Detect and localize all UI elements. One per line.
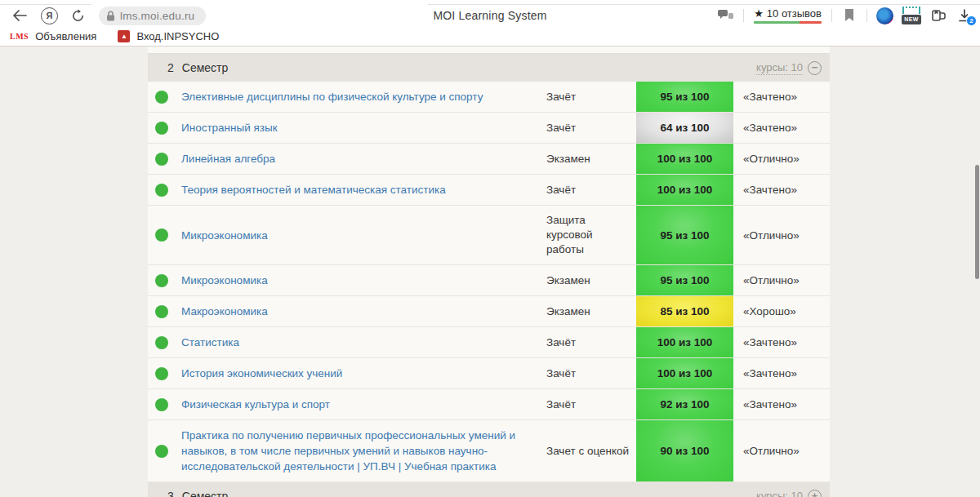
downloads-count-badge: 2	[966, 16, 977, 26]
bookmark-icon[interactable]	[840, 5, 859, 26]
assessment-type: Экзамен	[546, 144, 636, 174]
course-row: Элективные дисциплины по физической куль…	[148, 82, 830, 113]
grade-label: «Зачтено»	[733, 122, 830, 134]
grade-label: «Отлично»	[733, 445, 830, 457]
assessment-type: Экзамен	[546, 297, 636, 326]
refresh-button[interactable]	[66, 4, 89, 27]
status-dot-icon	[155, 153, 168, 166]
grade-label: «Зачтено»	[733, 91, 830, 103]
reviews-count-label: 10 отзывов	[767, 7, 822, 20]
status-dot-icon	[155, 91, 168, 104]
toolbar-separator	[831, 9, 832, 22]
score-value: 95 из 100	[660, 91, 709, 103]
course-status-cell	[148, 305, 181, 318]
status-dot-icon	[155, 305, 168, 318]
address-bar[interactable]: lms.moi.edu.ru	[99, 7, 206, 25]
assessment-type: Экзамен	[546, 266, 636, 295]
grade-label: «Отлично»	[733, 229, 830, 242]
semester-number: 2	[167, 61, 174, 74]
semester-title: Семестр	[182, 490, 229, 497]
bookmark-item-announcements[interactable]: LMS Объявления	[10, 30, 96, 42]
course-name-link[interactable]: Микроэкономика	[181, 220, 546, 251]
bookmark-item-inpsycho[interactable]: ▲ Вход.INPSYCHO	[118, 30, 219, 42]
status-dot-icon	[155, 274, 168, 287]
grades-table: 2 Семестр курсы: 10 − Элективные дисципл…	[148, 47, 830, 497]
course-name-link[interactable]: Макроэкономика	[181, 296, 546, 326]
courses-count-link[interactable]: курсы: 10	[756, 490, 803, 497]
status-dot-icon	[155, 122, 168, 135]
course-row: Физическая культура и спорт Зачёт 92 из …	[148, 389, 830, 420]
course-name-link[interactable]: Микроэкономика	[181, 265, 546, 295]
score-value: 95 из 100	[660, 274, 709, 286]
site-reviews-button[interactable]: ★ 10 отзывов	[751, 7, 824, 24]
extension-icon[interactable]	[875, 5, 894, 26]
courses-count-link[interactable]: курсы: 10	[756, 61, 803, 75]
course-status-cell	[148, 229, 181, 242]
score-badge: 85 из 100	[636, 296, 733, 326]
score-value: 100 из 100	[657, 336, 713, 348]
grade-label: «Хорошо»	[733, 305, 830, 317]
course-name-link[interactable]: Физическая культура и спорт	[181, 389, 546, 419]
page-scrollbar-thumb[interactable]	[975, 165, 979, 279]
assessment-type: Зачёт	[546, 328, 636, 357]
site-settings-icon[interactable]	[716, 5, 736, 26]
grade-label: «Отлично»	[733, 274, 830, 286]
status-dot-icon	[155, 398, 168, 411]
course-name-link[interactable]: Теория вероятностей и математическая ста…	[181, 175, 546, 205]
semester-number: 3	[167, 490, 174, 497]
course-name-link[interactable]: Практика по получению первичных професси…	[181, 420, 546, 481]
score-value: 92 из 100	[660, 398, 709, 410]
course-name-link[interactable]: Элективные дисциплины по физической куль…	[181, 82, 546, 112]
course-row: Теория вероятностей и математическая ста…	[148, 175, 830, 206]
reviews-rating-bar	[754, 21, 822, 24]
score-badge: 90 из 100	[636, 420, 733, 481]
course-status-cell	[148, 274, 181, 287]
course-status-cell	[148, 445, 181, 458]
assessment-type: Зачет с оценкой	[546, 437, 636, 466]
assessment-type: Зачёт	[546, 390, 636, 419]
score-badge: 64 из 100	[636, 113, 733, 143]
collapse-section-icon[interactable]: −	[808, 61, 822, 75]
score-value: 64 из 100	[660, 122, 709, 134]
score-badge: 95 из 100	[636, 82, 733, 112]
score-badge: 100 из 100	[636, 327, 733, 357]
score-badge: 95 из 100	[636, 206, 733, 264]
previous-row-sliver	[148, 47, 830, 54]
course-row: Статистика Зачёт 100 из 100 «Зачтено»	[148, 327, 830, 358]
yandex-button[interactable]: Я	[41, 7, 58, 24]
course-row: Иностранный язык Зачёт 64 из 100 «Зачтен…	[148, 113, 830, 144]
score-value: 95 из 100	[660, 229, 709, 242]
toolbar-separator	[866, 9, 867, 22]
course-status-cell	[148, 91, 181, 104]
bookmark-label: Объявления	[35, 30, 96, 42]
score-value: 100 из 100	[657, 184, 713, 196]
score-badge: 100 из 100	[636, 358, 733, 388]
course-row: Линейная алгебра Экзамен 100 из 100 «Отл…	[148, 144, 830, 175]
lms-favicon: LMS	[10, 32, 29, 41]
expand-section-icon[interactable]: +	[808, 490, 822, 497]
course-status-cell	[148, 367, 181, 380]
translate-new-icon[interactable]: NEW	[902, 5, 921, 26]
course-name-link[interactable]: Линейная алгебра	[181, 144, 546, 174]
downloads-icon[interactable]: 2	[956, 5, 973, 26]
course-row: Микроэкономика Экзамен 95 из 100 «Отличн…	[148, 265, 830, 296]
score-value: 85 из 100	[660, 305, 709, 317]
score-badge: 95 из 100	[636, 265, 733, 295]
course-status-cell	[148, 184, 181, 197]
course-name-link[interactable]: История экономических учений	[181, 358, 546, 388]
collections-icon[interactable]	[929, 5, 948, 26]
assessment-type: Зачёт	[546, 175, 636, 205]
bookmarks-bar: LMS Объявления ▲ Вход.INPSYCHO	[0, 27, 980, 47]
assessment-type: Зачёт	[546, 82, 636, 112]
course-name-link[interactable]: Иностранный язык	[181, 113, 546, 143]
browser-chrome: Я lms.moi.edu.ru MOI Learning System ★ 1…	[0, 0, 980, 47]
score-value: 100 из 100	[657, 367, 713, 379]
assessment-type: Защита курсовой работы	[546, 206, 636, 264]
course-name-link[interactable]: Статистика	[181, 327, 546, 357]
score-value: 100 из 100	[657, 153, 713, 165]
back-button[interactable]	[8, 4, 31, 27]
grade-label: «Зачтено»	[733, 184, 830, 196]
toolbar-right-cluster: ★ 10 отзывов NEW 2	[716, 2, 973, 29]
semester-3-header: 3 Семестр курсы: 10 +	[148, 482, 830, 497]
score-badge: 100 из 100	[636, 144, 733, 174]
